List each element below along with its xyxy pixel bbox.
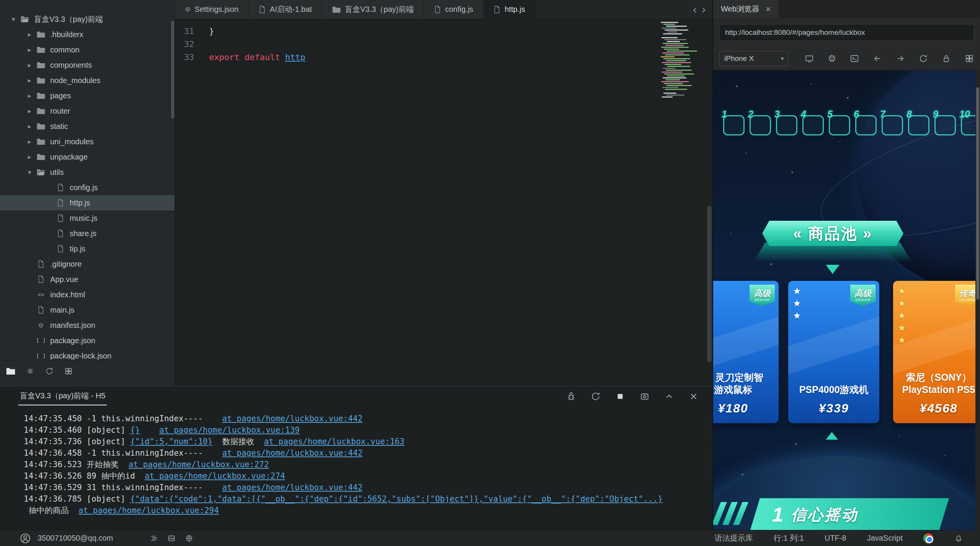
avatar[interactable] xyxy=(20,533,31,544)
tree-item-pages[interactable]: ▸pages xyxy=(0,88,175,103)
minimap[interactable] xyxy=(661,22,707,98)
tree-item-components[interactable]: ▸components xyxy=(0,57,175,73)
tree-item-http.js[interactable]: http.js xyxy=(0,195,175,210)
debug-icon[interactable] xyxy=(566,391,576,401)
chevron-right-icon[interactable]: ▸ xyxy=(24,153,35,161)
console-link[interactable]: at pages/home/luckbox.vue:274 xyxy=(145,471,285,481)
product-card[interactable]: ★★★★高级SENIOR竞 灵刀定制智游戏鼠标¥180 xyxy=(713,281,779,423)
bell-icon[interactable] xyxy=(954,534,963,543)
console-link[interactable]: {"id":5,"num":10} xyxy=(130,437,212,446)
tree-item-unpackage[interactable]: ▸unpackage xyxy=(0,149,175,165)
tree-item-share.js[interactable]: share.js xyxy=(0,226,175,241)
preview-window-icon[interactable] xyxy=(167,534,176,543)
tree-item-盲盒V3.3（pay)前端[interactable]: ▾盲盒V3.3（pay)前端 xyxy=(0,11,175,27)
editor-tab-http.js[interactable]: http.js xyxy=(483,0,535,19)
extensions-icon[interactable] xyxy=(64,367,73,375)
console-link[interactable]: at pages/home/luckbox.vue:163 xyxy=(264,437,405,446)
browser-tab[interactable]: Web浏览器 × xyxy=(713,0,779,18)
chevron-right-icon[interactable]: ▸ xyxy=(24,61,35,69)
outline-icon[interactable] xyxy=(150,534,158,543)
code-link[interactable]: http xyxy=(285,52,305,62)
console-link[interactable]: at pages/home/luckbox.vue:442 xyxy=(222,448,363,458)
editor-scrollbar[interactable] xyxy=(706,19,712,386)
chevron-right-icon[interactable]: ▸ xyxy=(24,31,35,39)
syntax-library[interactable]: 语法提示库 xyxy=(715,533,753,543)
capture-icon[interactable] xyxy=(640,391,650,401)
tree-item-App.vue[interactable]: App.vue xyxy=(0,272,175,287)
product-name-line: 索尼（SONY） xyxy=(896,371,976,383)
account-email[interactable]: 3500710050@qq.com xyxy=(38,534,113,543)
grid-icon[interactable] xyxy=(965,54,974,63)
open-in-browser-icon[interactable] xyxy=(805,54,814,63)
console-tab[interactable]: 盲盒V3.3（pay)前端 - H5 xyxy=(18,387,107,406)
tree-item-manifest.json[interactable]: ⚙manifest.json xyxy=(0,318,175,333)
tab-scroll-left-icon[interactable]: ‹ xyxy=(693,3,696,16)
collapse-panel-icon[interactable] xyxy=(664,391,674,401)
lock-icon[interactable] xyxy=(942,54,951,63)
console-link[interactable]: at pages/home/luckbox.vue:442 xyxy=(222,483,363,492)
settings-icon[interactable] xyxy=(26,367,34,375)
encoding[interactable]: UTF-8 xyxy=(825,534,846,543)
gear-icon[interactable]: ⚙ xyxy=(828,53,836,64)
console-log[interactable]: 14:47:35.450 -1 this.winningIndex---- at… xyxy=(0,407,712,516)
preview-scrollbar[interactable] xyxy=(975,70,980,530)
console-link[interactable]: {"data":{"code":1,"data":[{"__ob__":{"de… xyxy=(130,494,663,504)
back-icon[interactable] xyxy=(873,54,882,63)
chrome-browser-icon[interactable] xyxy=(923,533,933,543)
tree-item-.hbuilderx[interactable]: ▸.hbuilderx xyxy=(0,27,175,42)
editor-tab-AI启动-1.bat[interactable]: AI启动-1.bat xyxy=(249,0,322,19)
tree-item-utils[interactable]: ▾utils xyxy=(0,165,175,180)
tree-item-router[interactable]: ▸router xyxy=(0,103,175,119)
tree-item-.gitignore[interactable]: .gitignore xyxy=(0,256,175,272)
chevron-right-icon[interactable]: ▸ xyxy=(24,138,35,146)
code-editor[interactable]: 31}3233export default http xyxy=(175,19,712,386)
tree-item-main.js[interactable]: main.js xyxy=(0,302,175,318)
tab-scroll-right-icon[interactable]: › xyxy=(702,3,706,16)
editor-tab-盲盒V3.3（pay)前端[interactable]: 盲盒V3.3（pay)前端 xyxy=(322,0,424,19)
stop-icon[interactable] xyxy=(615,391,625,401)
tree-item-common[interactable]: ▸common xyxy=(0,42,175,57)
forward-icon[interactable] xyxy=(896,54,905,63)
explorer-folder-icon[interactable] xyxy=(6,367,15,375)
tree-item-index.html[interactable]: <>index.html xyxy=(0,287,175,302)
chevron-right-icon[interactable]: ▸ xyxy=(24,107,35,115)
close-icon[interactable]: × xyxy=(766,4,771,15)
tree-item-package.json[interactable]: [ ]package.json xyxy=(0,333,175,348)
console-link[interactable]: at pages/home/luckbox.vue:272 xyxy=(129,460,269,469)
globe-icon[interactable] xyxy=(185,534,193,543)
tree-item-static[interactable]: ▸static xyxy=(0,119,175,134)
tree-item-music.js[interactable]: music.js xyxy=(0,210,175,226)
chevron-right-icon[interactable]: ▸ xyxy=(24,77,35,85)
chevron-right-icon[interactable]: ▸ xyxy=(24,92,35,100)
product-card[interactable]: ★★★★★传奇LEGEND索尼（SONY）PlayStation PS5¥456… xyxy=(893,281,976,423)
refresh-icon[interactable] xyxy=(919,54,928,63)
chevron-right-icon[interactable]: ▸ xyxy=(24,46,35,54)
console-link[interactable]: at pages/home/luckbox.vue:294 xyxy=(78,506,219,515)
editor-tab-Settings.json[interactable]: ⚙Settings.json xyxy=(175,0,249,19)
tree-item-node_modules[interactable]: ▸node_modules xyxy=(0,73,175,88)
console-link[interactable]: at pages/home/luckbox.vue:442 xyxy=(222,414,363,423)
tree-item-tip.js[interactable]: tip.js xyxy=(0,241,175,256)
product-card[interactable]: ★★★高级SENIORPSP4000游戏机¥339 xyxy=(788,281,879,423)
tree-item-package-lock.json[interactable]: [ ]package-lock.json xyxy=(0,348,175,360)
close-panel-icon[interactable] xyxy=(689,391,699,401)
console-link[interactable]: {} xyxy=(130,425,140,435)
tree-item-config.js[interactable]: config.js xyxy=(0,180,175,195)
scrollbar-thumb[interactable] xyxy=(976,87,979,300)
language-mode[interactable]: JavaScript xyxy=(867,534,903,543)
cursor-position[interactable]: 行:1 列:1 xyxy=(774,533,804,543)
editor-tab-config.js[interactable]: config.js xyxy=(424,0,483,19)
tree-item-uni_modules[interactable]: ▸uni_modules xyxy=(0,134,175,149)
sidebar-scrollbar[interactable] xyxy=(171,21,174,119)
chevron-down-icon[interactable]: ▾ xyxy=(8,15,19,23)
file-icon: <> xyxy=(35,292,47,298)
rerun-icon[interactable] xyxy=(591,391,601,401)
scrollbar-thumb[interactable] xyxy=(707,206,712,362)
chevron-right-icon[interactable]: ▸ xyxy=(24,122,35,130)
device-select[interactable]: iPhone X ▾ xyxy=(719,51,789,66)
sync-icon[interactable] xyxy=(45,367,54,375)
console-link[interactable]: at pages/home/luckbox.vue:139 xyxy=(159,425,300,435)
url-input[interactable]: http://localhost:8080/#/pages/home/luckb… xyxy=(719,24,974,41)
chevron-down-icon[interactable]: ▾ xyxy=(24,168,35,176)
devtools-console-icon[interactable] xyxy=(850,54,859,63)
